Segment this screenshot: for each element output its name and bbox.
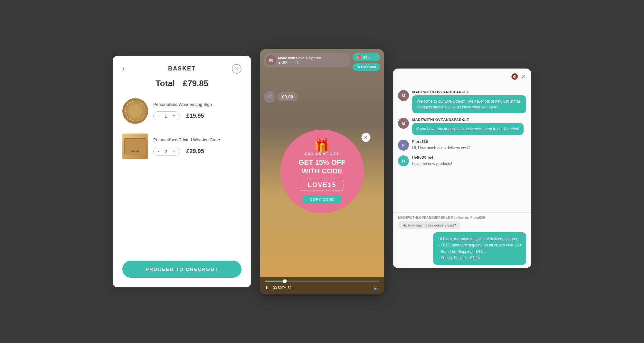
basket-total: Total £79.85 — [122, 79, 242, 88]
chat-messages: M MADEWITHLOVEANDSPARKLE Welcome to our … — [393, 85, 531, 212]
playback-time: 00.50/04:52 — [273, 286, 292, 290]
gift-popup: ✕ 🎁 EXCLUSIVE GIFT GET 15% OFFWITH CODE … — [280, 130, 364, 213]
gift-popup-label: EXCLUSIVE GIFT — [305, 152, 339, 156]
gift-code-box: LOVE15 — [301, 179, 344, 191]
percent-icon: % — [357, 65, 360, 69]
chat-username: MADEWITHLOVEANDSPARKLE — [412, 90, 526, 94]
chat-content: MADEWITHLOVEANDSPARKLE If you have any q… — [412, 118, 526, 135]
chat-content: HelloD0nn4 Love the new products! — [412, 155, 526, 167]
streamer-avatar: M — [266, 55, 276, 65]
qty-value: 2 — [163, 149, 168, 154]
total-value: £79.85 — [183, 79, 209, 88]
crate-inner — [124, 138, 147, 154]
discount-button[interactable]: % Discount — [353, 63, 380, 71]
qty-control: - 1 + — [153, 111, 180, 120]
chat-message: M MADEWITHLOVEANDSPARKLE Welcome to our … — [398, 90, 526, 113]
item-image-crate — [122, 134, 148, 159]
chat-avatar: H — [398, 155, 409, 166]
controls-row: ⏸ 00.50/04:52 🔈 — [265, 284, 380, 291]
discount-label: Discount — [361, 65, 376, 69]
chat-username: MADEWITHLOVEANDSPARKLE — [412, 118, 526, 122]
basket-item: Personalised Printed Wooden Crate - 2 + … — [122, 134, 242, 159]
streamer-details: Made with Love & Sparkle 👁 358 🛒 16 — [278, 56, 322, 64]
chat-avatar: F — [398, 140, 409, 151]
cart-price-badge: £0,00 — [278, 92, 298, 101]
view-count: 👁 358 — [278, 61, 288, 65]
chat-bubble: Hi, How much does delivery cost? — [412, 145, 470, 151]
item-details: Personalised Wooden Log Sign - 1 + £19.9… — [153, 102, 242, 120]
chat-bubble: Love the new products! — [412, 161, 452, 167]
chat-message: H HelloD0nn4 Love the new products! — [398, 155, 526, 167]
progress-bar-track[interactable] — [265, 281, 380, 282]
chat-avatar: M — [398, 118, 409, 129]
cart-count: 🛒 16 — [290, 61, 298, 65]
qty-increase-button[interactable]: + — [172, 148, 176, 154]
chat-header: 🔇 ✕ — [393, 69, 531, 85]
cart-button[interactable]: 🛒 — [264, 91, 276, 103]
gift-popup-offer: GET 15% OFFWITH CODE — [298, 158, 345, 175]
chat-avatar: M — [398, 90, 409, 101]
gift-box-icon: 🎁 — [314, 139, 330, 152]
play-pause-button[interactable]: ⏸ — [265, 285, 270, 291]
basket-panel: ‹ BASKET ✕ Total £79.85 Personalised Woo… — [113, 56, 251, 287]
chat-content: MADEWITHLOVEANDSPARKLE Welcome to our Li… — [412, 90, 526, 113]
eye-icon: 👁 — [278, 61, 281, 65]
reply-bubble: Hi Flora, We have a choice of delivery o… — [433, 232, 526, 265]
item-price: £29.95 — [186, 148, 204, 155]
item-qty-row: - 1 + £19.95 — [153, 111, 242, 120]
sound-button[interactable]: 🔇 — [511, 73, 518, 80]
basket-item: Personalised Wooden Log Sign - 1 + £19.9… — [122, 98, 242, 124]
close-basket-button[interactable]: ✕ — [232, 64, 242, 74]
cart-value: 16 — [295, 61, 298, 65]
chat-bubble: Welcome to our Live Stream, We have lots… — [412, 95, 526, 113]
streamer-info: M Made with Love & Sparkle 👁 358 🛒 16 — [264, 53, 350, 67]
video-header: M Made with Love & Sparkle 👁 358 🛒 16 — [260, 49, 384, 75]
view-value: 358 — [282, 61, 288, 65]
item-name: Personalised Printed Wooden Crate — [153, 137, 242, 143]
progress-bar-fill — [265, 281, 285, 282]
chat-content: Flora530 Hi, How much does delivery cost… — [412, 140, 526, 151]
progress-thumb — [283, 279, 287, 283]
cart-icon: 🛒 — [290, 61, 294, 65]
qty-increase-button[interactable]: + — [172, 113, 176, 119]
streamer-stats: 👁 358 🛒 16 — [278, 61, 322, 65]
item-qty-row: - 2 + £29.95 — [153, 147, 242, 156]
video-controls: ⏸ 00.50/04:52 🔈 — [260, 277, 384, 294]
reply-area: Hi Flora, We have a choice of delivery o… — [398, 232, 526, 265]
qty-decrease-button[interactable]: - — [157, 113, 159, 119]
cart-area: 🛒 £0,00 — [264, 91, 298, 103]
item-price: £19.95 — [186, 113, 204, 119]
gift-close-button[interactable]: ✕ — [361, 133, 370, 142]
item-name: Personalised Wooden Log Sign — [153, 102, 242, 107]
video-panel: M Made with Love & Sparkle 👁 358 🛒 16 — [260, 49, 384, 294]
chat-message: F Flora530 Hi, How much does delivery co… — [398, 140, 526, 151]
basket-title: BASKET — [168, 65, 196, 72]
gift-label: Gift — [363, 55, 369, 59]
chat-message: M MADEWITHLOVEANDSPARKLE If you have any… — [398, 118, 526, 135]
qty-decrease-button[interactable]: - — [157, 148, 159, 154]
checkout-button[interactable]: PROCEED TO CHECKOUT — [122, 261, 242, 278]
chat-username: Flora530 — [412, 140, 526, 144]
qty-control: - 2 + — [153, 147, 180, 156]
streamer-name: Made with Love & Sparkle — [278, 56, 322, 60]
item-image-wooden-sign — [122, 98, 148, 124]
back-button[interactable]: ‹ — [122, 65, 125, 72]
chat-panel: 🔇 ✕ M MADEWITHLOVEANDSPARKLE Welcome to … — [393, 69, 531, 268]
reply-label: MADEWITHLOVEANDSPARKLE Replies to: Flora… — [398, 216, 526, 219]
reply-quote: Hi, How much does delivery cost? — [398, 221, 460, 229]
chat-bubble: If you have any questions please send th… — [412, 123, 524, 135]
time-current: 00.50 — [273, 286, 282, 290]
item-details: Personalised Printed Wooden Crate - 2 + … — [153, 137, 242, 156]
chat-reply-section: MADEWITHLOVEANDSPARKLE Replies to: Flora… — [393, 212, 531, 268]
qty-value: 1 — [163, 113, 168, 119]
basket-header: ‹ BASKET ✕ — [122, 65, 242, 72]
header-buttons: 🎁 Gift % Discount — [353, 53, 380, 71]
chat-username: HelloD0nn4 — [412, 155, 526, 159]
copy-code-button[interactable]: COPY CODE — [302, 195, 342, 204]
volume-button[interactable]: 🔈 — [373, 284, 380, 291]
close-chat-button[interactable]: ✕ — [521, 73, 526, 80]
time-total: 04:52 — [283, 286, 292, 290]
total-label: Total — [156, 79, 175, 88]
gift-button[interactable]: 🎁 Gift — [353, 53, 380, 61]
gift-icon: 🎁 — [357, 55, 361, 59]
